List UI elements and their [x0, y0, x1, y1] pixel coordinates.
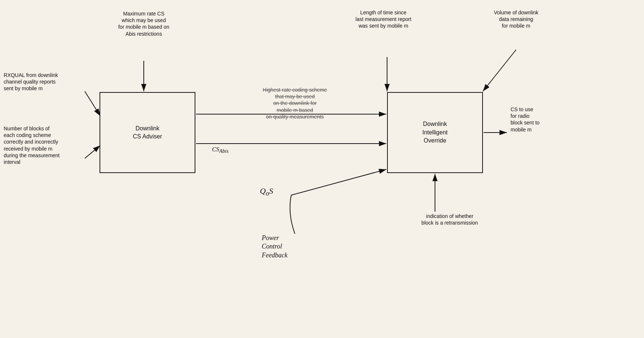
downlink-intelligent-override-box: Downlink Intelligent Override: [387, 92, 483, 173]
svg-line-10: [291, 169, 386, 195]
downlink-cs-adviser-label: Downlink CS Adviser: [133, 124, 162, 141]
downlink-intelligent-override-label: Downlink Intelligent Override: [422, 120, 448, 145]
indication-label: indication of whether block is a retrans…: [391, 213, 509, 226]
num-blocks-label: Number of blocks of each coding scheme c…: [4, 125, 87, 165]
rxqual-label: RXQUAL from downlink channel quality rep…: [4, 72, 85, 92]
downlink-cs-adviser-box: Downlink CS Adviser: [100, 92, 195, 173]
cs-to-use-label: CS to use for radio block sent to mobile…: [511, 106, 584, 133]
qos-label: QoS: [260, 186, 297, 198]
svg-line-8: [483, 50, 516, 91]
power-control-label: Power Control Feedback: [262, 234, 335, 260]
cs-abis-label: CSAbis: [212, 145, 271, 155]
volume-downlink-label: Volume of downlink data remaining for mo…: [476, 9, 557, 29]
svg-line-3: [85, 91, 100, 116]
svg-line-4: [85, 145, 100, 158]
max-rate-cs-label: Maximum rate CS which may be used for mo…: [100, 10, 188, 37]
diagram-arrows: [0, 0, 644, 338]
diagram-container: Downlink CS Adviser Downlink Intelligent…: [0, 0, 644, 338]
length-time-label: Length of time since last measurement re…: [332, 9, 435, 29]
highest-rate-label: Highest-rate coding scheme that may be u…: [210, 87, 380, 120]
